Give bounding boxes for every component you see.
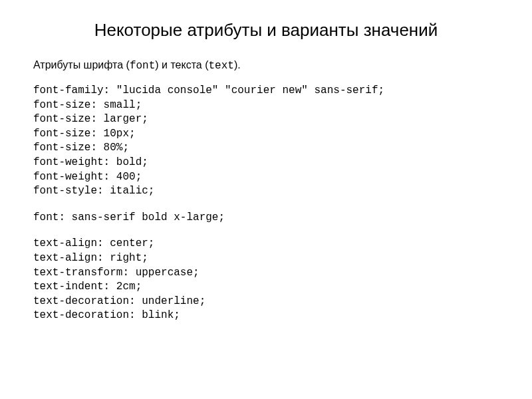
code-block-font-shorthand: font: sans-serif bold x-large; — [33, 211, 499, 225]
spacer — [33, 225, 499, 237]
code-block-font-attributes: font-family: "lucida console" "courier n… — [33, 84, 499, 199]
subtitle-mono-font: font — [130, 60, 155, 72]
code-block-text-attributes: text-align: center; text-align: right; t… — [33, 237, 499, 323]
subtitle-mono-text: text — [208, 60, 233, 72]
subtitle-part2: ) и текста ( — [155, 59, 208, 70]
subtitle-line: Атрибуты шрифта (font) и текста (text). — [33, 59, 499, 72]
page-title: Некоторые атрибуты и варианты значений — [33, 20, 499, 41]
spacer — [33, 199, 499, 211]
subtitle-part1: Атрибуты шрифта ( — [33, 59, 130, 70]
subtitle-part3: ). — [234, 59, 241, 70]
